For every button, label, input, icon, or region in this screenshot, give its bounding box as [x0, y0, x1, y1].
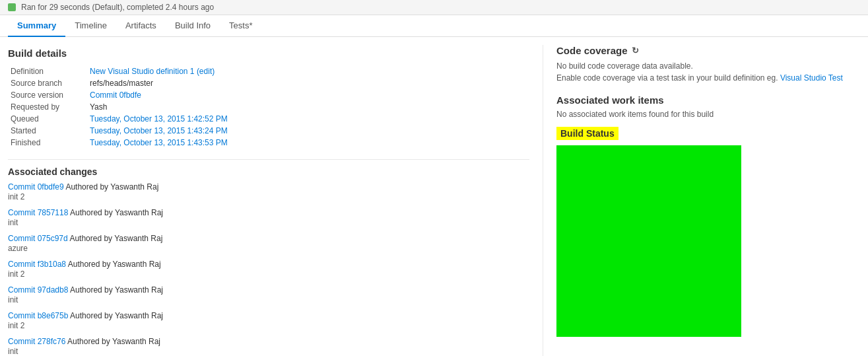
- detail-value-finished[interactable]: Tuesday, October 13, 2015 1:43:53 PM: [90, 138, 228, 147]
- commit-id-5[interactable]: Commit b8e675b: [8, 311, 68, 320]
- commit-line-1: Commit 7857118 Authored by Yaswanth Raj: [8, 208, 529, 217]
- detail-label-version: Source version: [8, 89, 87, 101]
- commit-author-5: Authored by Yaswanth Raj: [70, 311, 163, 320]
- commit-line-3: Commit f3b10a8 Authored by Yaswanth Raj: [8, 260, 529, 269]
- table-row: Finished Tuesday, October 13, 2015 1:43:…: [8, 137, 529, 149]
- right-panel: Code coverage ↻ No build code coverage d…: [543, 45, 860, 356]
- tabs-container: Summary Timeline Artifacts Build Info Te…: [0, 15, 868, 37]
- tab-artifacts[interactable]: Artifacts: [116, 15, 166, 37]
- commit-line-6: Commit 278fc76 Authored by Yaswanth Raj: [8, 337, 529, 346]
- commit-msg-1: init: [8, 218, 529, 227]
- commit-entry-1: Commit 7857118 Authored by Yaswanth Raj …: [8, 208, 529, 227]
- table-row: Queued Tuesday, October 13, 2015 1:42:52…: [8, 113, 529, 125]
- detail-label-requested: Requested by: [8, 101, 87, 113]
- left-panel: Build details Definition New Visual Stud…: [8, 45, 543, 356]
- detail-label-started: Started: [8, 125, 87, 137]
- coverage-desc-line1: No build code coverage data available. E…: [556, 60, 860, 84]
- coverage-line1: No build code coverage data available.: [556, 61, 693, 71]
- commit-id-0[interactable]: Commit 0fbdfe9: [8, 182, 64, 192]
- table-row: Definition New Visual Studio definition …: [8, 65, 529, 77]
- commit-author-6: Authored by Yaswanth Raj: [67, 337, 160, 346]
- commit-id-4[interactable]: Commit 97dadb8: [8, 285, 68, 295]
- top-bar: Ran for 29 seconds (Default), completed …: [0, 0, 868, 15]
- tab-tests[interactable]: Tests*: [220, 15, 261, 37]
- commit-id-6[interactable]: Commit 278fc76: [8, 337, 65, 346]
- commit-author-2: Authored by Yaswanth Raj: [69, 234, 162, 243]
- commit-entry-5: Commit b8e675b Authored by Yaswanth Raj …: [8, 311, 529, 330]
- commit-msg-4: init: [8, 295, 529, 304]
- commit-author-1: Authored by Yaswanth Raj: [70, 208, 163, 217]
- commit-msg-5: init 2: [8, 321, 529, 330]
- coverage-link[interactable]: Visual Studio Test: [780, 73, 843, 83]
- detail-value-started[interactable]: Tuesday, October 13, 2015 1:43:24 PM: [90, 126, 228, 135]
- commit-line-5: Commit b8e675b Authored by Yaswanth Raj: [8, 311, 529, 320]
- table-row: Source version Commit 0fbdfe: [8, 89, 529, 101]
- detail-label-queued: Queued: [8, 113, 87, 125]
- commit-entry-6: Commit 278fc76 Authored by Yaswanth Raj …: [8, 337, 529, 356]
- divider: [8, 159, 529, 160]
- commit-author-0: Authored by Yaswanth Raj: [65, 182, 158, 192]
- build-status-image: [556, 145, 741, 337]
- assoc-work-desc: No associated work items found for this …: [556, 110, 860, 119]
- build-details-title: Build details: [8, 48, 529, 59]
- commit-msg-6: init: [8, 347, 529, 356]
- build-status-label: Build Status: [556, 127, 618, 140]
- commit-msg-0: init 2: [8, 192, 529, 201]
- table-row: Source branch refs/heads/master: [8, 77, 529, 89]
- commit-id-1[interactable]: Commit 7857118: [8, 208, 68, 217]
- detail-value-requested: Yash: [87, 101, 529, 113]
- detail-label-finished: Finished: [8, 137, 87, 149]
- table-row: Started Tuesday, October 13, 2015 1:43:2…: [8, 125, 529, 137]
- coverage-line2: Enable code coverage via a test task in …: [556, 73, 778, 83]
- code-coverage-title-text: Code coverage: [556, 45, 628, 56]
- tab-buildinfo[interactable]: Build Info: [166, 15, 220, 37]
- status-indicator: [8, 3, 16, 11]
- tab-timeline[interactable]: Timeline: [65, 15, 116, 37]
- detail-value-branch: refs/heads/master: [87, 77, 529, 89]
- assoc-work-title: Associated work items: [556, 94, 860, 106]
- commit-id-3[interactable]: Commit f3b10a8: [8, 260, 66, 269]
- detail-label-definition: Definition: [8, 65, 87, 77]
- commit-msg-3: init 2: [8, 269, 529, 279]
- table-row: Requested by Yash: [8, 101, 529, 113]
- commit-author-4: Authored by Yaswanth Raj: [70, 285, 163, 295]
- code-coverage-section: Code coverage ↻: [556, 45, 860, 56]
- build-details-table: Definition New Visual Studio definition …: [8, 65, 529, 149]
- associated-changes-title: Associated changes: [8, 166, 529, 177]
- commit-entry-2: Commit 075c97d Authored by Yaswanth Raj …: [8, 234, 529, 253]
- commit-line-0: Commit 0fbdfe9 Authored by Yaswanth Raj: [8, 182, 529, 192]
- detail-value-version[interactable]: Commit 0fbdfe: [90, 90, 141, 100]
- commit-id-2[interactable]: Commit 075c97d: [8, 234, 68, 243]
- commit-line-2: Commit 075c97d Authored by Yaswanth Raj: [8, 234, 529, 243]
- tab-summary[interactable]: Summary: [8, 15, 65, 37]
- main-content: Build details Definition New Visual Stud…: [0, 37, 868, 356]
- refresh-icon[interactable]: ↻: [632, 46, 639, 55]
- commit-author-3: Authored by Yaswanth Raj: [68, 260, 161, 269]
- detail-value-definition[interactable]: New Visual Studio definition 1 (edit): [90, 67, 215, 76]
- commit-entry-0: Commit 0fbdfe9 Authored by Yaswanth Raj …: [8, 182, 529, 201]
- detail-label-branch: Source branch: [8, 77, 87, 89]
- commit-entry-4: Commit 97dadb8 Authored by Yaswanth Raj …: [8, 285, 529, 304]
- commit-msg-2: azure: [8, 244, 529, 253]
- commit-line-4: Commit 97dadb8 Authored by Yaswanth Raj: [8, 285, 529, 295]
- detail-value-queued[interactable]: Tuesday, October 13, 2015 1:42:52 PM: [90, 114, 228, 124]
- top-bar-text: Ran for 29 seconds (Default), completed …: [21, 3, 214, 12]
- commit-entry-3: Commit f3b10a8 Authored by Yaswanth Raj …: [8, 260, 529, 279]
